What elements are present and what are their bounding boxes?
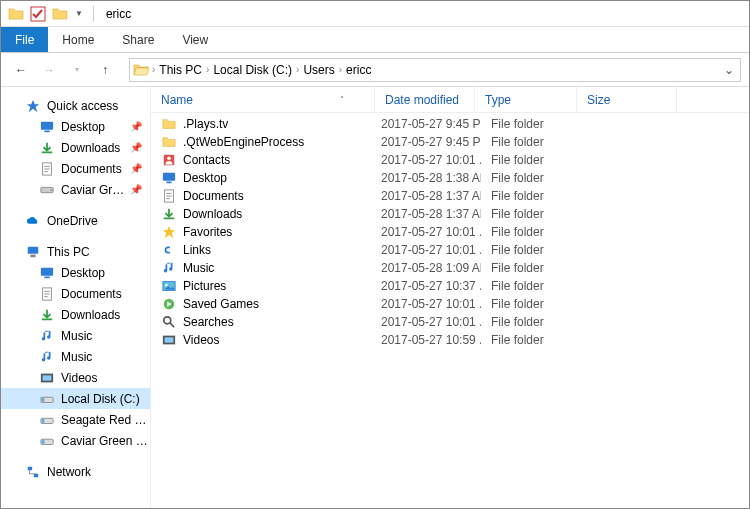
tree-item-label: Music bbox=[61, 350, 92, 364]
tree-this-pc[interactable]: This PC bbox=[1, 241, 150, 262]
recent-dropdown-icon[interactable]: ▾ bbox=[65, 58, 89, 82]
tree-qa-item[interactable]: Downloads 📌 bbox=[1, 137, 150, 158]
disk-icon bbox=[39, 391, 55, 407]
breadcrumb-users[interactable]: Users bbox=[299, 59, 338, 81]
desktop-icon bbox=[39, 119, 55, 135]
tab-file[interactable]: File bbox=[1, 27, 48, 52]
file-row[interactable]: .Plays.tv 2017-05-27 9:45 PM File folder bbox=[151, 115, 749, 133]
qat-folder-icon[interactable] bbox=[7, 5, 25, 23]
tree-network[interactable]: Network bbox=[1, 461, 150, 482]
column-name-label: Name bbox=[161, 93, 193, 107]
tree-pc-item[interactable]: Local Disk (C:) bbox=[1, 388, 150, 409]
tree-pc-item[interactable]: Documents bbox=[1, 283, 150, 304]
file-row[interactable]: Favorites 2017-05-27 10:01 ... File fold… bbox=[151, 223, 749, 241]
onedrive-icon bbox=[25, 213, 41, 229]
main-content: Quick access Desktop 📌 Downloads 📌 Docum… bbox=[1, 87, 749, 508]
this-pc-label: This PC bbox=[47, 245, 90, 259]
column-date[interactable]: Date modified bbox=[375, 87, 475, 112]
tree-pc-item[interactable]: Music bbox=[1, 325, 150, 346]
tree-item-label: Desktop bbox=[61, 266, 105, 280]
links-icon bbox=[161, 242, 177, 258]
file-type: File folder bbox=[481, 333, 583, 347]
column-size[interactable]: Size bbox=[577, 87, 677, 112]
folder-icon bbox=[161, 116, 177, 132]
file-type: File folder bbox=[481, 189, 583, 203]
up-button[interactable]: ↑ bbox=[93, 58, 117, 82]
file-type: File folder bbox=[481, 315, 583, 329]
file-row[interactable]: .QtWebEngineProcess 2017-05-27 9:45 PM F… bbox=[151, 133, 749, 151]
window-title: ericc bbox=[106, 7, 131, 21]
file-row[interactable]: Contacts 2017-05-27 10:01 ... File folde… bbox=[151, 151, 749, 169]
file-row[interactable]: Desktop 2017-05-28 1:38 AM File folder bbox=[151, 169, 749, 187]
file-date: 2017-05-27 9:45 PM bbox=[381, 117, 481, 131]
tree-pc-item[interactable]: Videos bbox=[1, 367, 150, 388]
documents-icon bbox=[39, 286, 55, 302]
column-headers: Name˄ Date modified Type Size bbox=[151, 87, 749, 113]
tree-onedrive[interactable]: OneDrive bbox=[1, 210, 150, 231]
tree-qa-item[interactable]: Documents 📌 bbox=[1, 158, 150, 179]
file-row[interactable]: Videos 2017-05-27 10:59 ... File folder bbox=[151, 331, 749, 349]
tree-pc-item[interactable]: Downloads bbox=[1, 304, 150, 325]
file-row[interactable]: Searches 2017-05-27 10:01 ... File folde… bbox=[151, 313, 749, 331]
file-name: .QtWebEngineProcess bbox=[183, 135, 381, 149]
tree-pc-item[interactable]: Caviar Green 3TB (G bbox=[1, 430, 150, 451]
folder-icon bbox=[161, 134, 177, 150]
file-row[interactable]: Links 2017-05-27 10:01 ... File folder bbox=[151, 241, 749, 259]
file-type: File folder bbox=[481, 207, 583, 221]
file-row[interactable]: Downloads 2017-05-28 1:37 AM File folder bbox=[151, 205, 749, 223]
address-folder-icon bbox=[130, 62, 152, 78]
tree-pc-item[interactable]: Seagate Red (F:) bbox=[1, 409, 150, 430]
file-row[interactable]: Documents 2017-05-28 1:37 AM File folder bbox=[151, 187, 749, 205]
tab-view[interactable]: View bbox=[168, 27, 222, 52]
file-type: File folder bbox=[481, 225, 583, 239]
ribbon-tabs: File Home Share View bbox=[1, 27, 749, 53]
tree-pc-item[interactable]: Music bbox=[1, 346, 150, 367]
network-icon bbox=[25, 464, 41, 480]
file-date: 2017-05-27 10:37 ... bbox=[381, 279, 481, 293]
tree-pc-item[interactable]: Desktop bbox=[1, 262, 150, 283]
onedrive-label: OneDrive bbox=[47, 214, 98, 228]
file-name: Downloads bbox=[183, 207, 381, 221]
navigation-pane: Quick access Desktop 📌 Downloads 📌 Docum… bbox=[1, 87, 151, 508]
documents-icon bbox=[39, 161, 55, 177]
breadcrumb-ericc[interactable]: ericc bbox=[342, 59, 375, 81]
tab-share[interactable]: Share bbox=[108, 27, 168, 52]
titlebar-divider bbox=[93, 6, 94, 22]
breadcrumb-localdisk[interactable]: Local Disk (C:) bbox=[209, 59, 296, 81]
tree-quick-access[interactable]: Quick access bbox=[1, 95, 150, 116]
column-name[interactable]: Name˄ bbox=[151, 87, 375, 112]
file-row[interactable]: Saved Games 2017-05-27 10:01 ... File fo… bbox=[151, 295, 749, 313]
qat-newfolder-icon[interactable] bbox=[51, 5, 69, 23]
column-type[interactable]: Type bbox=[475, 87, 577, 112]
qat-dropdown-icon[interactable]: ▼ bbox=[75, 9, 83, 18]
breadcrumb-this-pc[interactable]: This PC bbox=[155, 59, 206, 81]
documents-icon bbox=[161, 188, 177, 204]
file-name: Videos bbox=[183, 333, 381, 347]
file-date: 2017-05-27 10:01 ... bbox=[381, 225, 481, 239]
quick-access-label: Quick access bbox=[47, 99, 118, 113]
tree-qa-item[interactable]: Caviar Green 3TB 📌 bbox=[1, 179, 150, 200]
tree-qa-item[interactable]: Desktop 📌 bbox=[1, 116, 150, 137]
file-name: Music bbox=[183, 261, 381, 275]
videos-icon bbox=[39, 370, 55, 386]
file-type: File folder bbox=[481, 153, 583, 167]
pin-icon: 📌 bbox=[130, 163, 142, 174]
music-icon bbox=[39, 328, 55, 344]
tree-item-label: Downloads bbox=[61, 141, 120, 155]
forward-button[interactable]: → bbox=[37, 58, 61, 82]
address-dropdown-icon[interactable]: ⌄ bbox=[718, 63, 740, 77]
back-button[interactable]: ← bbox=[9, 58, 33, 82]
address-bar[interactable]: › This PC › Local Disk (C:) › Users › er… bbox=[129, 58, 741, 82]
file-name: .Plays.tv bbox=[183, 117, 381, 131]
disk-icon bbox=[39, 412, 55, 428]
file-date: 2017-05-28 1:38 AM bbox=[381, 171, 481, 185]
file-row[interactable]: Pictures 2017-05-27 10:37 ... File folde… bbox=[151, 277, 749, 295]
file-date: 2017-05-27 10:01 ... bbox=[381, 315, 481, 329]
file-row[interactable]: Music 2017-05-28 1:09 AM File folder bbox=[151, 259, 749, 277]
file-type: File folder bbox=[481, 261, 583, 275]
file-date: 2017-05-27 10:01 ... bbox=[381, 297, 481, 311]
qat-properties-icon[interactable] bbox=[29, 5, 47, 23]
pin-icon: 📌 bbox=[130, 142, 142, 153]
file-rows: .Plays.tv 2017-05-27 9:45 PM File folder… bbox=[151, 113, 749, 349]
tab-home[interactable]: Home bbox=[48, 27, 108, 52]
